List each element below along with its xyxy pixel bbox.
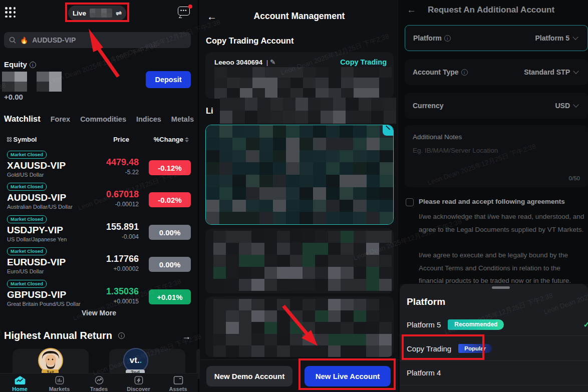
info-icon[interactable]: i (461, 69, 468, 76)
bottom-nav: Home Markets Trades Discover Assets (0, 373, 198, 392)
agreement-paragraph: I/we agree to execute and be legally bou… (419, 249, 586, 287)
agreements-checkbox[interactable] (406, 198, 414, 206)
currency-field[interactable]: Currency USD (405, 93, 588, 119)
market-closed-badge: Market Closed (7, 151, 47, 159)
page-title: Request An Additional Account (428, 5, 554, 15)
sort-icon (185, 137, 189, 142)
market-tabs: Watchlist Forex Commodities Indices Meta… (4, 114, 194, 124)
pct-change-badge: -0.12% (149, 160, 191, 175)
nav-markets[interactable]: Markets (40, 373, 79, 392)
option-copy-trading[interactable]: Copy Trading Popular (407, 336, 588, 361)
view-more-link[interactable]: View More (0, 309, 198, 317)
trades-icon (94, 376, 104, 384)
blurred-account-number (90, 9, 112, 18)
additional-notes-input[interactable]: Additional Notes Eg. IB/MAM/Server Locat… (405, 125, 588, 187)
new-demo-account-button[interactable]: New Demo Account (206, 366, 292, 386)
live-account-card[interactable] (205, 296, 394, 357)
back-icon[interactable]: ← (407, 5, 416, 16)
blurred-content (213, 299, 392, 357)
table-row[interactable]: Market Closed USDJPY-VIP US Dollar/Japan… (7, 214, 191, 246)
popular-badge: Popular (458, 344, 492, 353)
home-icon (15, 376, 26, 384)
har-arrow-link[interactable]: → (182, 331, 191, 342)
chevron-down-icon (572, 34, 578, 40)
copy-trading-tag: Copy Trading (340, 58, 387, 66)
pct-change-badge: -0.02% (149, 192, 191, 207)
account-switcher[interactable]: Live ⇌ (68, 6, 126, 21)
copy-trading-account-card[interactable]: Leeoo 3040694 | ✎ Copy Trading (205, 52, 394, 99)
char-counter: 0/50 (569, 175, 580, 181)
tab-watchlist[interactable]: Watchlist (4, 114, 41, 124)
messages-icon[interactable]: ••• (178, 7, 191, 18)
search-input[interactable]: 🔥 AUDUSD-VIP (4, 32, 191, 48)
chevron-down-icon (573, 102, 578, 107)
pct-change-badge: +0.01% (149, 289, 191, 304)
sheet-title: Platform (407, 296, 445, 307)
new-live-account-button[interactable]: New Live Account (305, 366, 391, 386)
check-icon: ✓ (583, 320, 588, 329)
equity-label: Equityi (4, 60, 36, 69)
table-row[interactable]: Market Closed AUDUSD-VIP Australian Doll… (7, 181, 191, 213)
nav-trades[interactable]: Trades (79, 373, 119, 392)
blurred-equity-value (2, 72, 27, 92)
info-icon[interactable]: i (444, 35, 451, 42)
discover-icon (134, 376, 144, 384)
tab-forex[interactable]: Forex (51, 115, 71, 123)
table-row[interactable]: Market Closed EURUSD-VIP Euro/US Dollar … (7, 246, 191, 278)
selected-check-tag (383, 125, 394, 136)
blurred-content (220, 98, 396, 124)
sort-change[interactable]: %Change (154, 136, 189, 143)
equity-change: +0.00 (4, 93, 23, 101)
highest-annual-return-title: Highest Annual Returni (4, 330, 125, 341)
info-icon[interactable]: i (30, 62, 36, 68)
page-title: Account Management (200, 11, 399, 22)
account-management-panel: ← Account Management Copy Trading Accoun… (200, 0, 399, 392)
recommended-badge: Recommended (448, 319, 504, 330)
copy-trading-section-title: Copy Trading Account (206, 36, 293, 46)
selected-live-account-card[interactable] (205, 125, 394, 225)
blurred-content (206, 125, 393, 224)
account-type-field[interactable]: Account Typei Standard STP (405, 59, 588, 85)
agreement-paragraph: I/we acknowledge that i/we have read, un… (419, 210, 586, 236)
app-root: Live ⇌ ••• 🔥 AUDUSD-VIP Equityi +0.00 De… (0, 0, 588, 392)
market-closed-badge: Market Closed (7, 183, 47, 191)
tab-commodities[interactable]: Commodities (80, 115, 126, 123)
pct-change-badge: 0.00% (149, 257, 191, 272)
blurred-equity-value-2 (37, 72, 62, 92)
layout-icon[interactable] (7, 137, 12, 142)
switch-account-icon[interactable]: ⇌ (116, 9, 122, 17)
nav-discover[interactable]: Discover (119, 373, 158, 392)
tab-metals[interactable]: Metals (171, 115, 194, 123)
info-icon[interactable]: i (118, 332, 125, 339)
option-platform-4[interactable]: Platform 4 (407, 360, 588, 385)
notification-dot (188, 5, 192, 9)
apps-grid-icon[interactable] (5, 7, 16, 18)
assets-icon (173, 376, 183, 384)
nav-assets[interactable]: Assets (158, 373, 198, 392)
request-account-panel: ← Request An Additional Account Platform… (400, 0, 588, 392)
notes-placeholder: Eg. IB/MAM/Server Location (413, 147, 580, 154)
sheet-drag-handle[interactable] (492, 286, 510, 289)
hot-icon: 🔥 (20, 37, 28, 44)
table-row[interactable]: Market Closed GBPUSD-VIP Great Britain P… (7, 278, 191, 310)
tab-indices[interactable]: Indices (136, 115, 161, 123)
table-header: Symbol Price %Change (7, 136, 191, 144)
market-closed-badge: Market Closed (7, 280, 47, 288)
edit-icon[interactable]: | ✎ (264, 59, 275, 66)
markets-icon (55, 376, 65, 384)
search-query: AUDUSD-VIP (32, 36, 76, 44)
nav-home[interactable]: Home (0, 373, 40, 392)
platform-picker-sheet: Platform Platform 5 Recommended ✓ Copy T… (400, 284, 588, 392)
table-row[interactable]: Market Closed XAUUSD-VIP Gold/US Dollar … (7, 149, 191, 181)
account-name: Leeoo 3040694 | ✎ (214, 58, 275, 66)
blurred-content (214, 67, 392, 99)
platform-field[interactable]: Platformi Platform 5 (405, 25, 588, 51)
option-platform-5[interactable]: Platform 5 Recommended ✓ (407, 312, 588, 337)
watchlist-panel: Live ⇌ ••• 🔥 AUDUSD-VIP Equityi +0.00 De… (0, 0, 199, 392)
pct-change-badge: 0.00% (149, 225, 191, 240)
market-closed-badge: Market Closed (7, 215, 47, 223)
live-account-section-title: Li (206, 106, 213, 116)
agreements-title: Please read and accept following agreeme… (419, 198, 565, 205)
live-account-card[interactable] (205, 228, 394, 293)
deposit-button[interactable]: Deposit (146, 71, 191, 88)
